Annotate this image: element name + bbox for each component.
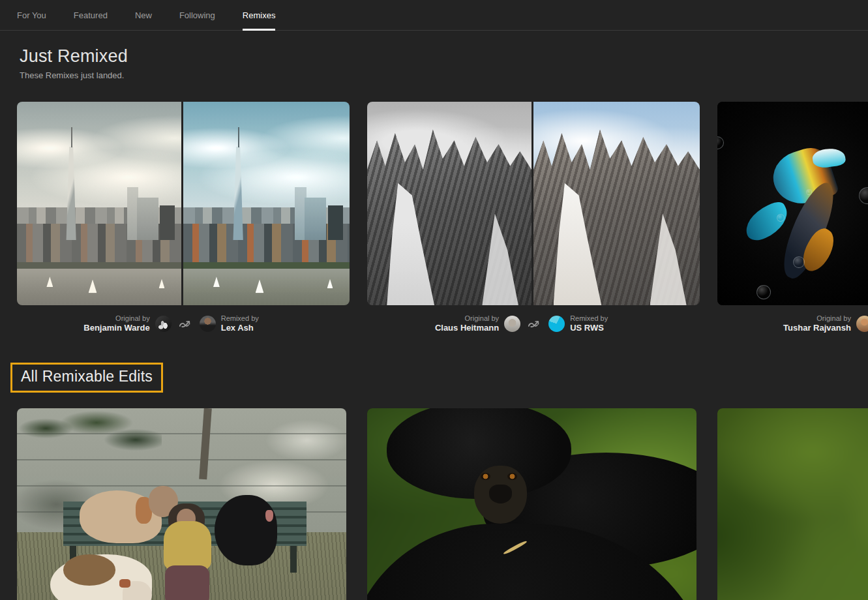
remixed-by-label: Remixed by bbox=[221, 314, 259, 322]
remix-icon bbox=[528, 319, 541, 329]
just-remixed-section: Just Remixed These Remixes just landed. bbox=[20, 46, 868, 80]
original-author-avatar[interactable] bbox=[856, 316, 868, 332]
remixable-grid bbox=[17, 408, 868, 600]
original-photo[interactable] bbox=[17, 102, 181, 305]
remix-card: Original by Tushar Rajvansh bbox=[717, 102, 868, 333]
mountain-peaks-photo bbox=[367, 102, 531, 305]
original-by-label: Original by bbox=[816, 314, 851, 322]
nyc-skyline-photo bbox=[183, 102, 350, 305]
woman-with-dogs-photo bbox=[17, 408, 346, 600]
attribution-row: Original by Benjamin Warde Remixed by Le… bbox=[17, 314, 350, 333]
remixed-by-label: Remixed by bbox=[570, 314, 608, 322]
original-photo[interactable] bbox=[717, 102, 868, 305]
original-author-link[interactable]: Benjamin Warde bbox=[83, 323, 149, 333]
remixable-photo-woman-with-dogs[interactable] bbox=[17, 408, 346, 600]
before-after-image-mountains[interactable] bbox=[367, 102, 700, 305]
remix-icon bbox=[179, 319, 192, 329]
remix-card-row: Original by Benjamin Warde Remixed by Le… bbox=[17, 102, 868, 333]
tab-featured[interactable]: Featured bbox=[74, 0, 108, 31]
baby-gorilla-photo bbox=[367, 408, 696, 600]
tab-for-you[interactable]: For You bbox=[17, 0, 46, 31]
tab-following[interactable]: Following bbox=[179, 0, 215, 31]
betta-fish-photo bbox=[717, 102, 868, 305]
highlight-annotation-box: All Remixable Edits bbox=[10, 363, 163, 393]
original-by-label: Original by bbox=[465, 314, 500, 322]
original-by-label: Original by bbox=[115, 314, 150, 322]
original-author-avatar[interactable] bbox=[504, 316, 520, 332]
section-title: Just Remixed bbox=[20, 46, 868, 67]
original-author-avatar[interactable] bbox=[155, 316, 172, 332]
remix-author-avatar[interactable] bbox=[548, 316, 565, 332]
remix-author-link[interactable]: Lex Ash bbox=[221, 323, 254, 333]
original-author-link[interactable]: Claus Heitmann bbox=[435, 323, 499, 333]
section-subtitle: These Remixes just landed. bbox=[20, 70, 868, 80]
attribution-row: Original by Tushar Rajvansh bbox=[717, 314, 868, 333]
original-photo[interactable] bbox=[367, 102, 531, 305]
remixable-photo-gorilla[interactable] bbox=[367, 408, 696, 600]
tab-remixes[interactable]: Remixes bbox=[243, 0, 276, 31]
remix-author-link[interactable]: US RWS bbox=[570, 323, 604, 333]
all-remixable-title: All Remixable Edits bbox=[21, 368, 153, 385]
remixed-photo[interactable] bbox=[183, 102, 350, 305]
before-after-image-fish[interactable] bbox=[717, 102, 868, 305]
original-author-link[interactable]: Tushar Rajvansh bbox=[783, 323, 851, 333]
remix-author-avatar[interactable] bbox=[200, 316, 216, 332]
remix-card: Original by Claus Heitmann Remixed by US… bbox=[367, 102, 700, 333]
remixed-photo[interactable] bbox=[533, 102, 700, 305]
mountain-peaks-photo bbox=[533, 102, 700, 305]
discover-tab-bar: For You Featured New Following Remixes bbox=[0, 0, 868, 31]
remixable-photo-plant[interactable] bbox=[717, 408, 868, 600]
green-plant-photo bbox=[717, 408, 868, 600]
before-after-image-nyc[interactable] bbox=[17, 102, 350, 305]
remix-card: Original by Benjamin Warde Remixed by Le… bbox=[17, 102, 350, 333]
tab-new[interactable]: New bbox=[135, 0, 152, 31]
nyc-skyline-photo bbox=[17, 102, 181, 305]
attribution-row: Original by Claus Heitmann Remixed by US… bbox=[367, 314, 700, 333]
